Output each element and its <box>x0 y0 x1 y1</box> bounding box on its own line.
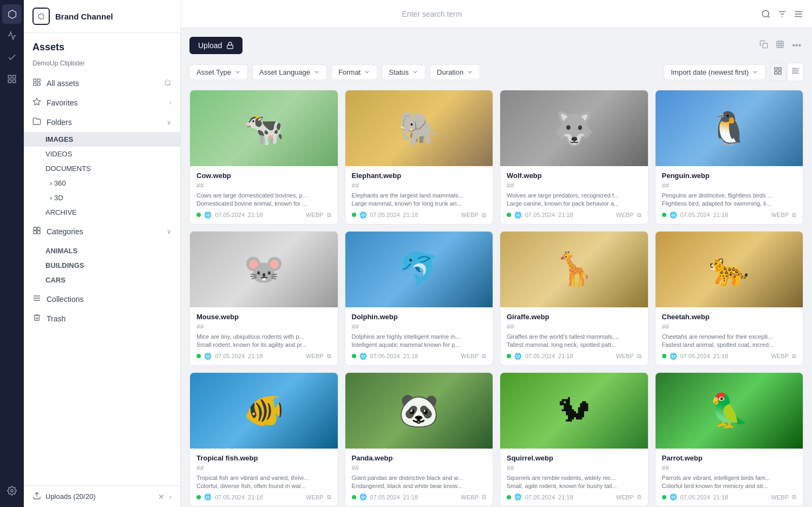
asset-meta: 🌐 07.05.2024 21:18 WEBP ⧉ <box>352 353 487 360</box>
sort-button[interactable]: Import date (newest first) <box>664 64 765 80</box>
globe-icon: 🌐 <box>670 493 677 501</box>
asset-time: 21:18 <box>713 353 729 359</box>
topbar-icons <box>761 9 803 19</box>
grid-view-button[interactable] <box>770 63 786 81</box>
asset-card[interactable]: 🐆 Cheetah.webp ## Cheetahs are renowned … <box>655 231 804 366</box>
search-input[interactable] <box>270 10 594 18</box>
copy-icon: ⧉ <box>327 353 331 360</box>
svg-rect-25 <box>227 45 233 48</box>
asset-hash: ## <box>507 182 641 189</box>
globe-icon: 🌐 <box>359 353 367 360</box>
folder-documents[interactable]: DOCUMENTS <box>24 161 180 176</box>
animal-icon: 🐠 <box>244 391 284 430</box>
folder-3d[interactable]: › 3D <box>24 190 180 205</box>
filter-asset-type[interactable]: Asset Type <box>189 64 248 80</box>
status-dot <box>662 354 666 358</box>
asset-thumbnail: 🐄 <box>190 90 338 166</box>
folders-chevron[interactable]: ∨ <box>167 118 172 126</box>
asset-card[interactable]: 🐭 Mouse.webp ## Mice are tiny, ubiquitou… <box>189 231 338 366</box>
asset-thumbnail: 🐘 <box>345 90 493 166</box>
upload-button[interactable]: Upload <box>189 37 243 54</box>
globe-icon: 🌐 <box>359 212 367 219</box>
sidebar-item-folders[interactable]: Folders ∨ <box>24 113 180 132</box>
icon-bar-grid[interactable] <box>2 69 22 89</box>
preview-icon[interactable] <box>774 38 787 53</box>
asset-card[interactable]: 🐠 Tropical fish.webp ## Tropical fish ar… <box>189 372 338 507</box>
filter-asset-type-label: Asset Type <box>197 68 231 76</box>
sidebar-item-categories[interactable]: Categories ∨ <box>24 222 180 241</box>
asset-time: 21:18 <box>403 494 418 501</box>
filter-topbar-icon[interactable] <box>777 9 787 19</box>
asset-hash: ## <box>352 323 487 331</box>
asset-format: WEBP <box>306 212 323 218</box>
filter-duration[interactable]: Duration <box>430 64 480 80</box>
asset-card[interactable]: 🐘 Elephant.webp ## Elephants are the lar… <box>345 90 494 225</box>
all-assets-label: All assets <box>47 79 79 88</box>
copy-icon: ⧉ <box>482 353 486 360</box>
search-icon[interactable] <box>164 79 172 88</box>
asset-card[interactable]: 🐼 Panda.webp ## Giant pandas are distinc… <box>345 372 494 507</box>
asset-card[interactable]: 🦜 Parrot.webp ## Parrots are vibrant, in… <box>655 372 804 507</box>
status-dot <box>352 213 356 217</box>
svg-rect-28 <box>775 68 777 70</box>
asset-card[interactable]: 🐿 Squirrel.webp ## Squirrels are nimble … <box>500 372 649 507</box>
sidebar-header: ⬡ Brand Channel <box>24 0 180 33</box>
svg-point-9 <box>165 80 170 84</box>
sidebar-item-trash[interactable]: Trash <box>24 309 180 328</box>
more-options-icon[interactable]: ••• <box>790 38 803 52</box>
folder-images[interactable]: IMAGES <box>24 132 180 147</box>
asset-card[interactable]: 🐧 Penguin.webp ## Penguins are distincti… <box>655 90 804 225</box>
icon-bar-settings[interactable] <box>2 481 22 501</box>
animal-icon: 🐺 <box>554 109 594 148</box>
filter-status[interactable]: Status <box>382 64 425 80</box>
menu-topbar-icon[interactable] <box>794 9 803 19</box>
asset-card[interactable]: 🦒 Giraffe.webp ## Giraffes are the world… <box>500 231 649 366</box>
sidebar-item-all-assets[interactable]: All assets <box>24 74 180 93</box>
asset-card[interactable]: 🐄 Cow.webp ## Cows are large domesticate… <box>189 90 338 225</box>
asset-desc: Wolves are large predators, recognized f… <box>507 192 641 208</box>
category-cars[interactable]: CARS <box>24 273 180 287</box>
collapse-sidebar-button[interactable]: ✕ <box>158 492 165 501</box>
sidebar-bottom: Uploads (20/20) ✕ › <box>24 485 180 507</box>
asset-info: Parrot.webp ## Parrots are vibrant, inte… <box>656 449 803 506</box>
icon-bar-assets[interactable]: ⬡ <box>2 4 22 24</box>
copy-view-icon[interactable] <box>757 38 770 53</box>
list-view-button[interactable] <box>787 63 803 81</box>
asset-time: 21:18 <box>713 494 729 501</box>
folder-videos[interactable]: VIDEOS <box>24 147 180 161</box>
filter-asset-language[interactable]: Asset Language <box>252 64 327 80</box>
status-dot <box>197 354 201 358</box>
asset-format: WEBP <box>461 212 479 218</box>
sidebar-item-favorites[interactable]: Favorites › <box>24 93 180 113</box>
asset-hash: ## <box>352 182 487 189</box>
asset-card[interactable]: 🐬 Dolphin.webp ## Dolphins are highly in… <box>345 231 494 366</box>
asset-meta: 🌐 07.05.2024 21:18 WEBP ⧉ <box>507 493 641 501</box>
globe-icon: 🌐 <box>514 353 522 360</box>
folder-360[interactable]: › 360 <box>24 176 180 190</box>
asset-info: Giraffe.webp ## Giraffes are the world's… <box>500 307 648 365</box>
asset-time: 21:18 <box>713 212 729 218</box>
asset-meta: 🌐 07.05.2024 21:18 WEBP ⧉ <box>662 493 797 501</box>
asset-info: Cow.webp ## Cows are large domesticated … <box>190 166 338 224</box>
asset-name: Dolphin.webp <box>352 313 487 321</box>
svg-rect-27 <box>777 41 783 48</box>
icon-bar-tasks[interactable] <box>2 48 22 67</box>
asset-format: WEBP <box>616 494 633 501</box>
asset-date: 07.05.2024 <box>525 353 555 359</box>
sidebar-item-collections[interactable]: Collections <box>24 289 180 309</box>
asset-time: 21:18 <box>403 353 418 359</box>
category-buildings[interactable]: BUILDINGS <box>24 258 180 273</box>
asset-card[interactable]: 🐺 Wolf.webp ## Wolves are large predator… <box>500 90 649 225</box>
search-topbar-icon[interactable] <box>761 9 771 19</box>
filter-duration-label: Duration <box>437 68 463 76</box>
copy-icon: ⧉ <box>482 493 486 501</box>
next-sidebar-button[interactable]: › <box>169 492 172 501</box>
folder-archive[interactable]: ARCHIVE <box>24 205 180 220</box>
animal-icon: 🦜 <box>709 391 749 430</box>
collections-icon <box>32 294 41 305</box>
icon-bar-analytics[interactable] <box>2 26 22 45</box>
filter-format[interactable]: Format <box>331 64 377 80</box>
svg-rect-2 <box>8 80 11 83</box>
categories-chevron[interactable]: ∨ <box>167 228 172 235</box>
category-animals[interactable]: ANIMALS <box>24 243 180 258</box>
